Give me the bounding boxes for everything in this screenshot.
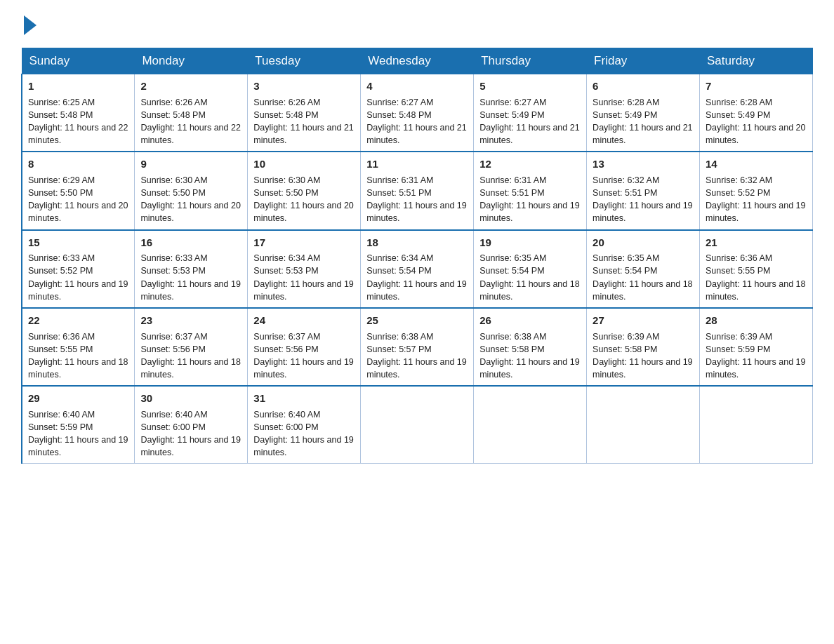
- day-number: 31: [253, 391, 355, 406]
- day-number: 2: [140, 79, 241, 94]
- calendar-cell: 24Sunrise: 6:37 AMSunset: 5:56 PMDayligh…: [248, 308, 361, 386]
- day-info: Sunrise: 6:36 AMSunset: 5:55 PMDaylight:…: [706, 252, 807, 303]
- day-number: 5: [479, 79, 581, 94]
- day-number: 3: [253, 79, 355, 94]
- day-info: Sunrise: 6:34 AMSunset: 5:54 PMDaylight:…: [366, 252, 468, 303]
- day-number: 11: [366, 156, 468, 172]
- calendar-cell: 5Sunrise: 6:27 AMSunset: 5:49 PMDaylight…: [474, 74, 587, 152]
- calendar-week-row: 22Sunrise: 6:36 AMSunset: 5:55 PMDayligh…: [22, 308, 813, 386]
- calendar-cell: 22Sunrise: 6:36 AMSunset: 5:55 PMDayligh…: [22, 308, 135, 386]
- calendar-cell: 12Sunrise: 6:31 AMSunset: 5:51 PMDayligh…: [474, 152, 587, 229]
- day-info: Sunrise: 6:40 AMSunset: 6:00 PMDaylight:…: [140, 408, 241, 459]
- calendar-cell: 16Sunrise: 6:33 AMSunset: 5:53 PMDayligh…: [135, 230, 248, 308]
- page-header: [21, 14, 813, 35]
- day-number: 9: [140, 156, 241, 172]
- calendar-cell: 29Sunrise: 6:40 AMSunset: 5:59 PMDayligh…: [22, 386, 135, 464]
- calendar-cell: 15Sunrise: 6:33 AMSunset: 5:52 PMDayligh…: [22, 230, 135, 308]
- day-number: 24: [253, 313, 355, 328]
- day-info: Sunrise: 6:27 AMSunset: 5:48 PMDaylight:…: [366, 96, 468, 147]
- logo: [21, 14, 37, 35]
- day-number: 7: [706, 79, 807, 94]
- calendar-cell: 2Sunrise: 6:26 AMSunset: 5:48 PMDaylight…: [135, 74, 248, 152]
- column-header-thursday: Thursday: [474, 48, 587, 74]
- column-header-saturday: Saturday: [700, 48, 813, 74]
- column-header-friday: Friday: [587, 48, 700, 74]
- day-info: Sunrise: 6:27 AMSunset: 5:49 PMDaylight:…: [479, 96, 581, 147]
- calendar-cell: [474, 386, 587, 464]
- day-info: Sunrise: 6:32 AMSunset: 5:52 PMDaylight:…: [706, 174, 807, 225]
- day-info: Sunrise: 6:34 AMSunset: 5:53 PMDaylight:…: [253, 252, 355, 303]
- calendar-cell: 14Sunrise: 6:32 AMSunset: 5:52 PMDayligh…: [700, 152, 813, 229]
- logo-arrow-icon: [24, 15, 37, 35]
- day-info: Sunrise: 6:37 AMSunset: 5:56 PMDaylight:…: [253, 330, 355, 382]
- day-info: Sunrise: 6:25 AMSunset: 5:48 PMDaylight:…: [28, 96, 128, 147]
- calendar-cell: 11Sunrise: 6:31 AMSunset: 5:51 PMDayligh…: [361, 152, 474, 229]
- calendar-cell: 1Sunrise: 6:25 AMSunset: 5:48 PMDaylight…: [22, 74, 135, 152]
- column-header-tuesday: Tuesday: [248, 48, 361, 74]
- calendar-cell: 13Sunrise: 6:32 AMSunset: 5:51 PMDayligh…: [587, 152, 700, 229]
- day-info: Sunrise: 6:35 AMSunset: 5:54 PMDaylight:…: [593, 252, 694, 303]
- day-number: 15: [28, 235, 128, 250]
- calendar-week-row: 15Sunrise: 6:33 AMSunset: 5:52 PMDayligh…: [22, 230, 813, 308]
- day-number: 8: [28, 156, 128, 172]
- calendar-week-row: 29Sunrise: 6:40 AMSunset: 5:59 PMDayligh…: [22, 386, 813, 464]
- day-info: Sunrise: 6:29 AMSunset: 5:50 PMDaylight:…: [28, 174, 128, 225]
- day-info: Sunrise: 6:36 AMSunset: 5:55 PMDaylight:…: [28, 330, 128, 382]
- day-number: 19: [479, 235, 581, 250]
- day-info: Sunrise: 6:33 AMSunset: 5:52 PMDaylight:…: [28, 252, 128, 303]
- day-info: Sunrise: 6:38 AMSunset: 5:58 PMDaylight:…: [479, 330, 581, 382]
- calendar-cell: 20Sunrise: 6:35 AMSunset: 5:54 PMDayligh…: [587, 230, 700, 308]
- day-info: Sunrise: 6:33 AMSunset: 5:53 PMDaylight:…: [140, 252, 241, 303]
- day-info: Sunrise: 6:28 AMSunset: 5:49 PMDaylight:…: [706, 96, 807, 147]
- calendar-cell: 3Sunrise: 6:26 AMSunset: 5:48 PMDaylight…: [248, 74, 361, 152]
- calendar-week-row: 8Sunrise: 6:29 AMSunset: 5:50 PMDaylight…: [22, 152, 813, 229]
- day-info: Sunrise: 6:40 AMSunset: 6:00 PMDaylight:…: [253, 408, 355, 459]
- day-number: 4: [366, 79, 468, 94]
- calendar-header-row: SundayMondayTuesdayWednesdayThursdayFrid…: [22, 48, 813, 74]
- day-number: 29: [28, 391, 128, 406]
- day-number: 25: [366, 313, 468, 328]
- calendar-cell: [587, 386, 700, 464]
- calendar-cell: 26Sunrise: 6:38 AMSunset: 5:58 PMDayligh…: [474, 308, 587, 386]
- day-number: 13: [593, 156, 694, 172]
- day-info: Sunrise: 6:30 AMSunset: 5:50 PMDaylight:…: [140, 174, 241, 225]
- column-header-sunday: Sunday: [22, 48, 135, 74]
- calendar-cell: [361, 386, 474, 464]
- calendar-cell: 17Sunrise: 6:34 AMSunset: 5:53 PMDayligh…: [248, 230, 361, 308]
- calendar-table: SundayMondayTuesdayWednesdayThursdayFrid…: [21, 48, 813, 464]
- day-info: Sunrise: 6:31 AMSunset: 5:51 PMDaylight:…: [366, 174, 468, 225]
- day-number: 10: [253, 156, 355, 172]
- day-info: Sunrise: 6:37 AMSunset: 5:56 PMDaylight:…: [140, 330, 241, 382]
- calendar-cell: 9Sunrise: 6:30 AMSunset: 5:50 PMDaylight…: [135, 152, 248, 229]
- calendar-week-row: 1Sunrise: 6:25 AMSunset: 5:48 PMDaylight…: [22, 74, 813, 152]
- day-info: Sunrise: 6:32 AMSunset: 5:51 PMDaylight:…: [593, 174, 694, 225]
- day-info: Sunrise: 6:39 AMSunset: 5:59 PMDaylight:…: [706, 330, 807, 382]
- calendar-cell: 6Sunrise: 6:28 AMSunset: 5:49 PMDaylight…: [587, 74, 700, 152]
- calendar-cell: 30Sunrise: 6:40 AMSunset: 6:00 PMDayligh…: [135, 386, 248, 464]
- day-number: 6: [593, 79, 694, 94]
- day-number: 26: [479, 313, 581, 328]
- day-number: 21: [706, 235, 807, 250]
- day-number: 14: [706, 156, 807, 172]
- calendar-cell: 31Sunrise: 6:40 AMSunset: 6:00 PMDayligh…: [248, 386, 361, 464]
- calendar-cell: 21Sunrise: 6:36 AMSunset: 5:55 PMDayligh…: [700, 230, 813, 308]
- calendar-cell: 25Sunrise: 6:38 AMSunset: 5:57 PMDayligh…: [361, 308, 474, 386]
- day-info: Sunrise: 6:26 AMSunset: 5:48 PMDaylight:…: [253, 96, 355, 147]
- day-number: 1: [28, 79, 128, 94]
- day-number: 23: [140, 313, 241, 328]
- day-number: 30: [140, 391, 241, 406]
- calendar-cell: 19Sunrise: 6:35 AMSunset: 5:54 PMDayligh…: [474, 230, 587, 308]
- day-info: Sunrise: 6:26 AMSunset: 5:48 PMDaylight:…: [140, 96, 241, 147]
- day-number: 20: [593, 235, 694, 250]
- calendar-cell: 7Sunrise: 6:28 AMSunset: 5:49 PMDaylight…: [700, 74, 813, 152]
- calendar-cell: 8Sunrise: 6:29 AMSunset: 5:50 PMDaylight…: [22, 152, 135, 229]
- day-number: 27: [593, 313, 694, 328]
- column-header-wednesday: Wednesday: [361, 48, 474, 74]
- day-number: 18: [366, 235, 468, 250]
- calendar-cell: 27Sunrise: 6:39 AMSunset: 5:58 PMDayligh…: [587, 308, 700, 386]
- day-info: Sunrise: 6:40 AMSunset: 5:59 PMDaylight:…: [28, 408, 128, 459]
- day-info: Sunrise: 6:39 AMSunset: 5:58 PMDaylight:…: [593, 330, 694, 382]
- day-info: Sunrise: 6:31 AMSunset: 5:51 PMDaylight:…: [479, 174, 581, 225]
- calendar-cell: 4Sunrise: 6:27 AMSunset: 5:48 PMDaylight…: [361, 74, 474, 152]
- calendar-cell: 18Sunrise: 6:34 AMSunset: 5:54 PMDayligh…: [361, 230, 474, 308]
